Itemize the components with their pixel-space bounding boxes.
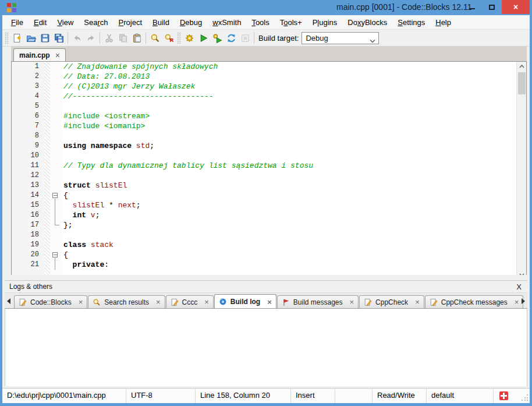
- log-tab-close-icon[interactable]: ×: [79, 298, 83, 306]
- code-text: private:: [62, 260, 109, 270]
- find-button[interactable]: [148, 31, 162, 45]
- marker-cell: [44, 260, 50, 270]
- toolbar-grip[interactable]: [5, 32, 9, 44]
- close-button[interactable]: ×: [502, 0, 530, 14]
- maximize-button[interactable]: [482, 0, 502, 14]
- tab-close-icon[interactable]: ×: [55, 52, 60, 58]
- menu-item-build[interactable]: Build: [147, 16, 175, 29]
- cppcheck-messages-tab-icon: [430, 298, 438, 306]
- marker-cell: [44, 82, 50, 91]
- menu-item-tools[interactable]: Tools: [246, 16, 274, 29]
- code-line-20: 20{: [12, 250, 516, 260]
- menu-item-view[interactable]: View: [52, 16, 79, 29]
- log-tab-label: CppCheck: [375, 298, 408, 306]
- fold-toggle-icon[interactable]: [50, 190, 62, 200]
- log-tab-build-log[interactable]: Build log×: [214, 294, 276, 309]
- menu-item-plugins[interactable]: Plugins: [307, 16, 343, 29]
- fold-cell: [50, 161, 62, 171]
- editor-tab-strip: main.cpp ×: [11, 46, 527, 61]
- fold-cell: [50, 91, 62, 101]
- tab-main-cpp[interactable]: main.cpp ×: [13, 48, 66, 61]
- marker-cell: [44, 230, 50, 240]
- build-target-value: Debug: [306, 34, 328, 43]
- tabs-scroll-right-icon[interactable]: [522, 298, 525, 304]
- replace-button[interactable]: R: [162, 31, 176, 45]
- new-file-button[interactable]: [10, 31, 24, 45]
- build-button[interactable]: [182, 31, 196, 45]
- editor-vertical-scrollbar[interactable]: [516, 62, 526, 280]
- resize-grip[interactable]: [522, 394, 529, 401]
- code-text: {: [62, 190, 68, 200]
- code-text: int v;: [62, 210, 100, 220]
- menu-item-debug[interactable]: Debug: [175, 16, 207, 29]
- code-line-16: 16 int v;: [12, 210, 516, 220]
- svg-text:R: R: [169, 37, 173, 43]
- code-line-9: 9using namespace std;: [12, 141, 516, 151]
- toolbar: RBuild target:Debug: [2, 30, 530, 47]
- menu-item-doxyblocks[interactable]: DoxyBlocks: [342, 16, 392, 29]
- line-number: 6: [12, 111, 44, 121]
- build-and-run-button[interactable]: [210, 31, 224, 45]
- status-file-access: Read/Write: [373, 389, 427, 403]
- build-log-content[interactable]: [5, 309, 527, 386]
- code-line-10: 10: [12, 151, 516, 161]
- log-tab-close-icon[interactable]: ×: [515, 298, 519, 306]
- build-log-tab-icon: [219, 298, 227, 306]
- logs-close-icon[interactable]: X: [516, 283, 522, 291]
- paste-button[interactable]: [130, 31, 144, 45]
- log-tab-cppcheck[interactable]: CppCheck×: [359, 295, 424, 308]
- minimize-button[interactable]: [462, 0, 482, 14]
- vertical-scroll-thumb[interactable]: [518, 72, 526, 94]
- log-tab-code-blocks[interactable]: Code::Blocks×: [14, 295, 87, 308]
- rebuild-button[interactable]: [224, 31, 238, 45]
- fold-toggle-icon[interactable]: [50, 250, 62, 260]
- run-icon: [198, 33, 208, 43]
- tabs-scroll-left-icon[interactable]: [7, 298, 10, 304]
- replace-icon: R: [164, 33, 174, 43]
- code-editor[interactable]: 1// Znajdowanie spójnych składowych2// D…: [12, 62, 516, 280]
- log-tab-close-icon[interactable]: ×: [415, 298, 420, 306]
- menu-item-file[interactable]: File: [6, 16, 29, 29]
- build-target-select[interactable]: Debug: [302, 32, 379, 44]
- log-tab-search-results[interactable]: Search results×: [88, 295, 165, 308]
- save-file-button[interactable]: [38, 31, 52, 45]
- status-highlight-mode: [335, 389, 373, 403]
- fold-cell: [50, 101, 62, 111]
- code-line-14: 14{: [12, 190, 516, 200]
- log-tab-build-messages[interactable]: Build messages×: [277, 295, 359, 308]
- code-text: [62, 171, 63, 181]
- line-number: 14: [12, 190, 44, 200]
- redo-icon: [86, 33, 96, 43]
- log-tab-close-icon[interactable]: ×: [156, 298, 161, 306]
- menu-item-search[interactable]: Search: [79, 16, 113, 29]
- run-button[interactable]: [196, 31, 210, 45]
- open-file-button[interactable]: [24, 31, 38, 45]
- log-tab-close-icon[interactable]: ×: [267, 298, 272, 306]
- panel-splitter[interactable]: [2, 275, 530, 280]
- menu-item-tools[interactable]: Tools+: [275, 16, 307, 29]
- menu-item-wxsmith[interactable]: wxSmith: [207, 16, 246, 29]
- toolbar-grip[interactable]: [177, 32, 181, 44]
- log-tab-cppcheck-messages[interactable]: CppCheck messages×: [425, 295, 524, 308]
- log-tab-close-icon[interactable]: ×: [350, 298, 354, 306]
- logs-panel: Logs & others X Code::Blocks×Search resu…: [5, 280, 527, 387]
- save-all-button[interactable]: [52, 31, 66, 45]
- log-tab-cccc[interactable]: Cccc×: [166, 295, 214, 308]
- title-bar[interactable]: main.cpp [0001] - Code::Blocks 12.11 ×: [0, 0, 532, 15]
- cut-icon: [104, 33, 114, 43]
- menu-item-edit[interactable]: Edit: [29, 16, 52, 29]
- marker-cell: [44, 72, 50, 82]
- menu-item-help[interactable]: Help: [430, 16, 456, 29]
- code-line-19: 19class stack: [12, 240, 516, 250]
- code-line-13: 13struct slistEl: [12, 181, 516, 190]
- line-number: 19: [12, 240, 44, 250]
- code-line-21: 21 private:: [12, 260, 516, 270]
- code-text: // (C)2013 mgr Jerzy Wałaszek: [62, 82, 195, 91]
- toolbar-separator: [254, 32, 254, 44]
- scroll-up-icon[interactable]: [517, 62, 527, 71]
- code-line-8: 8: [12, 131, 516, 141]
- log-tab-close-icon[interactable]: ×: [204, 298, 209, 306]
- menu-item-project[interactable]: Project: [114, 16, 147, 29]
- menu-item-settings[interactable]: Settings: [392, 16, 430, 29]
- status-red-cross-icon[interactable]: [499, 391, 508, 400]
